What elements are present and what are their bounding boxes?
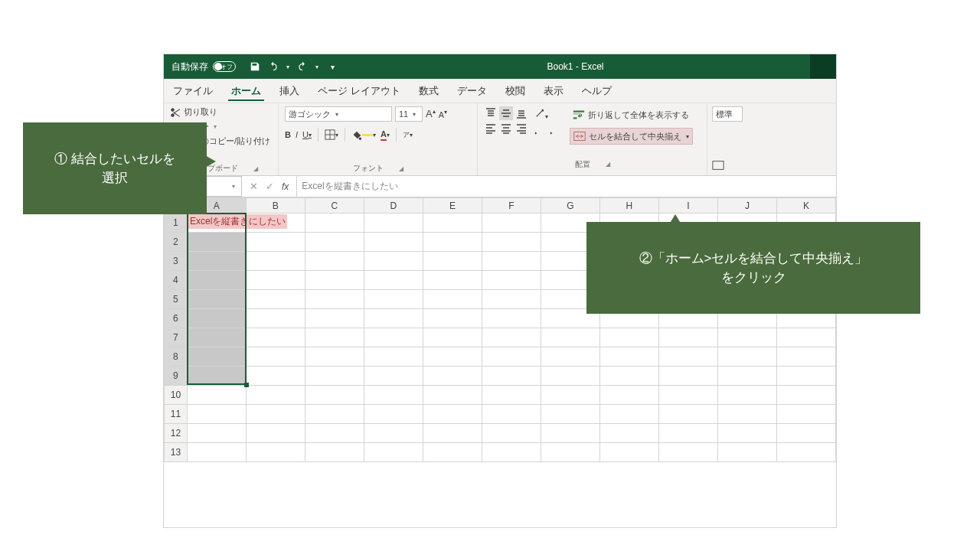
cell[interactable]: [776, 347, 835, 367]
row-header[interactable]: 10: [165, 386, 188, 405]
cell[interactable]: [305, 386, 364, 405]
cell[interactable]: [482, 405, 541, 424]
cell[interactable]: [364, 252, 423, 271]
cell[interactable]: [658, 405, 717, 424]
cell[interactable]: [246, 347, 305, 367]
font-name-combo[interactable]: 游ゴシック▾: [285, 106, 392, 122]
cell[interactable]: [776, 405, 835, 424]
column-header[interactable]: H: [599, 198, 658, 214]
cell[interactable]: [305, 328, 364, 347]
column-header[interactable]: C: [305, 198, 364, 214]
cell[interactable]: [423, 328, 482, 347]
dialog-launcher-icon[interactable]: ◢: [253, 165, 258, 172]
cell[interactable]: [658, 347, 717, 367]
align-middle-icon[interactable]: [499, 106, 513, 120]
cell[interactable]: [246, 443, 305, 462]
cell[interactable]: [187, 386, 246, 405]
cell[interactable]: [717, 424, 776, 443]
cell[interactable]: [482, 252, 541, 271]
number-format-combo[interactable]: 標準: [712, 106, 743, 122]
cell[interactable]: [187, 271, 246, 290]
cell[interactable]: [364, 214, 423, 233]
cell[interactable]: [482, 233, 541, 252]
cell[interactable]: [541, 405, 599, 424]
row-header[interactable]: 5: [165, 290, 188, 309]
fill-handle-icon[interactable]: [244, 383, 249, 387]
align-center-icon[interactable]: [499, 122, 513, 135]
redo-dropdown-icon[interactable]: ▾: [315, 64, 318, 70]
cell[interactable]: [717, 386, 776, 405]
autosave-toggle[interactable]: 自動保存 オフ: [164, 60, 243, 73]
column-header[interactable]: E: [423, 198, 482, 214]
cell[interactable]: [717, 328, 776, 347]
cell[interactable]: [187, 233, 246, 252]
cell[interactable]: [364, 309, 423, 328]
fill-color-button[interactable]: ▾: [351, 129, 376, 140]
orientation-button[interactable]: ▾: [534, 108, 548, 120]
tab-review[interactable]: 校閲: [496, 79, 534, 103]
increase-font-icon[interactable]: A▴: [426, 108, 436, 119]
row-header[interactable]: 4: [165, 271, 188, 290]
cell[interactable]: [246, 252, 305, 271]
cell[interactable]: [364, 405, 423, 424]
cell[interactable]: [305, 405, 364, 424]
cell[interactable]: [246, 328, 305, 347]
cell[interactable]: [305, 214, 364, 233]
row-header[interactable]: 13: [165, 443, 188, 462]
cell[interactable]: [482, 328, 541, 347]
cell[interactable]: [364, 367, 423, 386]
cell[interactable]: [541, 424, 599, 443]
cell[interactable]: [541, 367, 599, 386]
cell[interactable]: [187, 405, 246, 424]
cell[interactable]: [599, 405, 658, 424]
cell[interactable]: [187, 290, 246, 309]
dialog-launcher-icon[interactable]: ◢: [606, 161, 610, 168]
phonetic-button[interactable]: ア ▾: [403, 130, 413, 140]
column-header[interactable]: K: [776, 198, 835, 214]
row-header[interactable]: 3: [165, 252, 188, 271]
accounting-icon[interactable]: [712, 160, 724, 171]
cell[interactable]: [599, 328, 658, 347]
redo-icon[interactable]: [297, 61, 308, 72]
tab-page-layout[interactable]: ページ レイアウト: [309, 79, 410, 103]
cell[interactable]: [246, 309, 305, 328]
cell[interactable]: [305, 290, 364, 309]
cell[interactable]: [305, 443, 364, 462]
qat-customize-icon[interactable]: ▾: [326, 63, 335, 71]
undo-dropdown-icon[interactable]: ▾: [286, 64, 289, 70]
cell[interactable]: [364, 290, 423, 309]
decrease-indent-icon[interactable]: [534, 128, 545, 140]
cell[interactable]: [423, 386, 482, 405]
align-left-icon[interactable]: [484, 122, 498, 135]
cell[interactable]: [305, 347, 364, 367]
cell[interactable]: [482, 347, 541, 367]
row-header[interactable]: 6: [165, 309, 188, 328]
cell[interactable]: [364, 328, 423, 347]
row-header[interactable]: 2: [165, 233, 188, 252]
cell[interactable]: [599, 347, 658, 367]
cell[interactable]: [541, 347, 599, 367]
row-header[interactable]: 9: [165, 367, 188, 386]
cell[interactable]: [187, 367, 246, 386]
increase-indent-icon[interactable]: [550, 128, 560, 140]
cell[interactable]: [482, 271, 541, 290]
cell[interactable]: [482, 309, 541, 328]
cell[interactable]: [776, 424, 835, 443]
italic-button[interactable]: I: [296, 130, 298, 139]
cell[interactable]: [599, 424, 658, 443]
cell[interactable]: [482, 290, 541, 309]
undo-icon[interactable]: [268, 61, 279, 72]
dialog-launcher-icon[interactable]: ◢: [399, 165, 403, 172]
underline-button[interactable]: U ▾: [302, 130, 312, 139]
align-top-icon[interactable]: [484, 106, 498, 120]
cell[interactable]: [305, 424, 364, 443]
row-header[interactable]: 8: [165, 347, 188, 367]
cell[interactable]: [187, 309, 246, 328]
cell[interactable]: [482, 443, 541, 462]
cell[interactable]: [541, 328, 599, 347]
cell[interactable]: [364, 233, 423, 252]
cell[interactable]: [187, 252, 246, 271]
save-icon[interactable]: [250, 61, 260, 72]
fx-icon[interactable]: fx: [282, 181, 289, 192]
cell[interactable]: [423, 424, 482, 443]
